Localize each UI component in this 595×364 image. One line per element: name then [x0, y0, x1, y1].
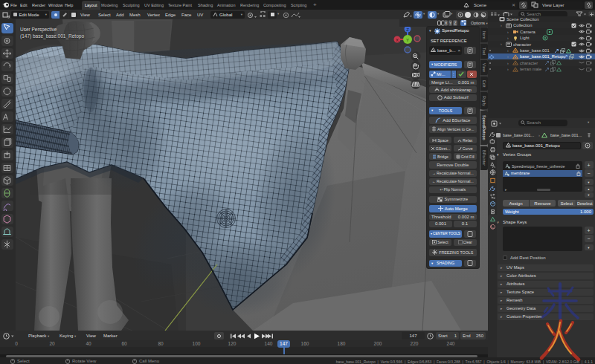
svg-text:Y: Y [406, 38, 409, 42]
svg-text:Z: Z [406, 27, 409, 32]
svg-text:X: X [396, 38, 399, 42]
